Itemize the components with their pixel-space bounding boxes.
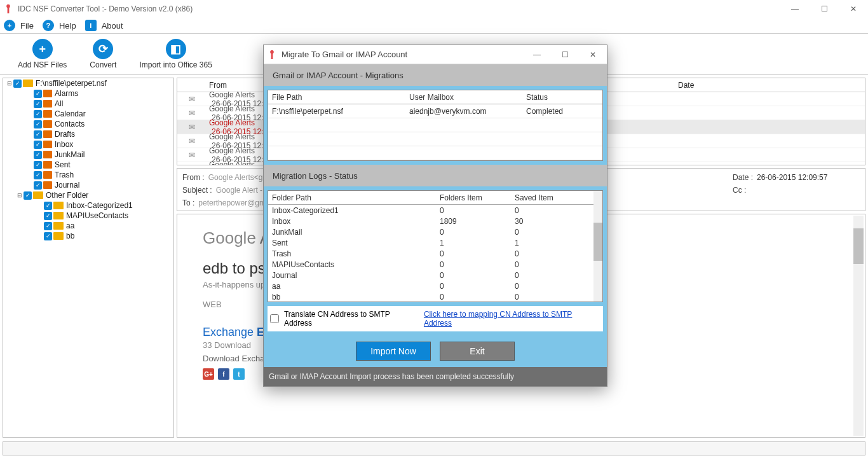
plus-icon: + <box>4 20 15 31</box>
minimize-button[interactable]: — <box>780 0 810 18</box>
log-row[interactable]: Sent11 <box>268 237 602 248</box>
tree-item[interactable]: ✓JunkMail <box>3 149 173 160</box>
add-nsf-button[interactable]: +Add NSF Files <box>6 34 78 74</box>
plus-icon: + <box>32 39 53 59</box>
checkbox-icon[interactable]: ✓ <box>34 90 42 98</box>
tree-item[interactable]: ✓MAPIUseContacts <box>3 211 173 221</box>
app-logo <box>268 50 276 59</box>
tree-item[interactable]: ✓Sent <box>3 160 173 170</box>
menubar: +File ?Help iAbout <box>0 18 868 33</box>
folder-icon <box>53 222 64 230</box>
col-usermailbox: User Mailbox <box>405 93 522 102</box>
menu-about[interactable]: iAbout <box>85 20 123 31</box>
close-button[interactable]: ✕ <box>839 0 868 18</box>
log-row[interactable]: Inbox180930 <box>268 216 602 226</box>
mail-icon: ✉ <box>177 151 207 160</box>
dialog-close-button[interactable]: ✕ <box>579 45 607 64</box>
tree-item[interactable]: ✓Alarms <box>3 88 173 99</box>
tree-item[interactable]: ✓Inbox-Categorized1 <box>3 200 173 211</box>
table-row <box>268 146 602 160</box>
tree-item[interactable]: ✓Inbox <box>3 139 173 149</box>
dialog-status: Gmail or IMAP Account Import process has… <box>264 367 607 386</box>
checkbox-icon[interactable]: ✓ <box>34 171 42 179</box>
folder-tree[interactable]: ⊟✓F:\nsffile\peterpet.nsf✓Alarms✓All✓Cal… <box>3 78 174 438</box>
folder-icon <box>43 161 52 169</box>
folder-icon <box>43 171 52 179</box>
dialog-minimize-button[interactable]: — <box>523 45 551 64</box>
menu-help[interactable]: ?Help <box>43 20 76 31</box>
folder-icon <box>43 181 52 189</box>
checkbox-icon[interactable]: ✓ <box>44 232 52 240</box>
folder-icon <box>43 90 52 97</box>
tree-item[interactable]: ⊟✓F:\nsffile\peterpet.nsf <box>3 78 173 88</box>
maximize-button[interactable]: ☐ <box>810 0 839 18</box>
checkbox-icon[interactable]: ✓ <box>44 202 52 210</box>
import-now-button[interactable]: Import Now <box>356 342 431 361</box>
facebook-icon[interactable]: f <box>218 368 229 380</box>
checkbox-icon[interactable]: ✓ <box>34 151 42 159</box>
table-row <box>268 132 602 146</box>
log-row[interactable]: Trash00 <box>268 248 602 259</box>
tree-item[interactable]: ✓Calendar <box>3 109 173 119</box>
svg-point-3 <box>270 50 274 54</box>
scrollbar[interactable] <box>593 191 602 302</box>
mapping-link[interactable]: Click here to mapping CN Address to SMTP… <box>424 310 600 328</box>
titlebar: IDC NSF Converter Tool :- Demo Version v… <box>0 0 868 18</box>
dialog-maximize-button[interactable]: ☐ <box>551 45 579 64</box>
log-row[interactable]: Inbox-Categorized100 <box>268 205 602 216</box>
tree-item[interactable]: ✓Contacts <box>3 119 173 129</box>
translate-checkbox[interactable] <box>270 314 279 323</box>
folder-icon <box>53 232 64 240</box>
tree-item[interactable]: ✓Trash <box>3 170 173 180</box>
log-row[interactable]: Journal00 <box>268 270 602 281</box>
folder-icon <box>53 202 64 209</box>
log-row[interactable]: MAPIUseContacts00 <box>268 259 602 270</box>
convert-button[interactable]: ⟳Convert <box>78 34 128 74</box>
log-row[interactable]: aa00 <box>268 281 602 291</box>
col-folderpath: Folder Path <box>268 193 436 202</box>
tree-item[interactable]: ✓All <box>3 99 173 109</box>
checkbox-icon[interactable]: ✓ <box>13 80 22 88</box>
checkbox-icon[interactable]: ✓ <box>34 181 42 190</box>
checkbox-icon[interactable]: ✓ <box>34 130 42 139</box>
checkbox-icon[interactable]: ✓ <box>34 141 42 149</box>
folder-icon <box>43 110 52 118</box>
folder-icon <box>53 212 64 219</box>
info-icon: i <box>85 20 97 31</box>
tree-item[interactable]: ✓bb <box>3 231 173 241</box>
tree-item[interactable]: ✓aa <box>3 221 173 231</box>
office-icon: ◧ <box>166 39 186 59</box>
tree-item[interactable]: ✓Drafts <box>3 129 173 139</box>
log-row[interactable]: bb00 <box>268 291 602 302</box>
folder-icon <box>43 120 52 128</box>
tree-item[interactable]: ⊟✓Other Folder <box>3 190 173 200</box>
checkbox-icon[interactable]: ✓ <box>44 212 52 220</box>
help-icon: ? <box>43 20 54 31</box>
checkbox-icon[interactable]: ✓ <box>24 191 32 200</box>
table-row[interactable]: F:\nsffile\peterpet.nsf aiednjb@verykvm.… <box>268 104 602 118</box>
import-office365-button[interactable]: ◧Import into Office 365 <box>128 34 224 74</box>
twitter-icon[interactable]: t <box>233 368 245 380</box>
refresh-icon: ⟳ <box>93 39 113 59</box>
checkbox-icon[interactable]: ✓ <box>34 161 42 169</box>
checkbox-icon[interactable]: ✓ <box>34 100 42 108</box>
folder-icon <box>43 130 52 138</box>
col-status: Status <box>522 93 602 102</box>
scrollbar[interactable] <box>853 216 864 436</box>
log-row[interactable]: JunkMail00 <box>268 226 602 237</box>
mail-icon: ✉ <box>177 109 207 118</box>
exit-button[interactable]: Exit <box>440 342 515 361</box>
checkbox-icon[interactable]: ✓ <box>34 120 42 128</box>
mail-icon: ✉ <box>177 123 207 132</box>
checkbox-icon[interactable]: ✓ <box>44 222 52 230</box>
logs-table: Folder Path Folders Item Saved Item Inbo… <box>268 190 603 302</box>
tree-item[interactable]: ✓Journal <box>3 180 173 190</box>
folder-icon <box>43 100 52 108</box>
googleplus-icon[interactable]: G+ <box>203 368 214 380</box>
dialog-titlebar: Migrate To Gmail or IMAP Account — ☐ ✕ <box>264 45 607 64</box>
col-saveditem: Saved Item <box>511 193 602 202</box>
checkbox-icon[interactable]: ✓ <box>34 110 42 118</box>
menu-file[interactable]: +File <box>4 20 34 31</box>
folder-icon <box>43 141 52 148</box>
mail-icon: ✉ <box>177 95 207 104</box>
